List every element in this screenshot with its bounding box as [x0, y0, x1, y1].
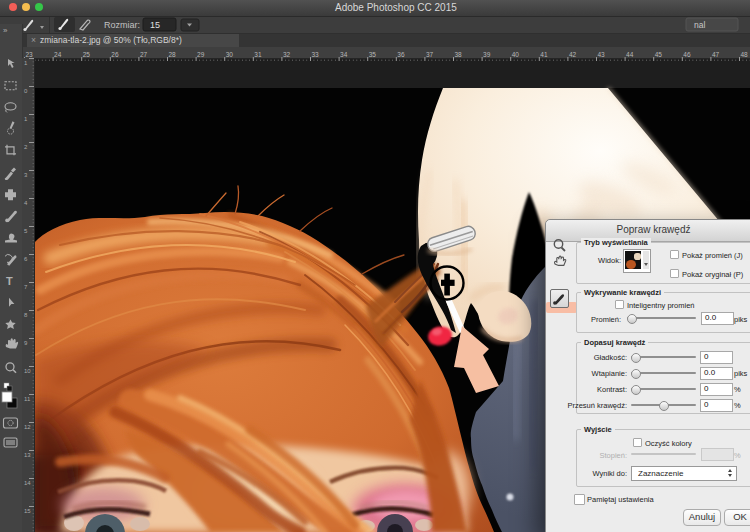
svg-text:48: 48 — [741, 51, 749, 58]
svg-text:14: 14 — [24, 480, 31, 486]
svg-text:44: 44 — [626, 51, 634, 58]
svg-text:31: 31 — [254, 51, 262, 58]
svg-text:1: 1 — [24, 60, 28, 66]
svg-text:38: 38 — [455, 51, 463, 58]
svg-text:42: 42 — [569, 51, 577, 58]
svg-text:33: 33 — [312, 51, 320, 58]
svg-text:32: 32 — [283, 51, 291, 58]
svg-text:»: » — [3, 26, 8, 35]
svg-text:9: 9 — [24, 340, 28, 346]
svg-text:30: 30 — [226, 51, 234, 58]
svg-text:41: 41 — [540, 51, 548, 58]
svg-text:24: 24 — [54, 51, 62, 58]
svg-text:23: 23 — [26, 51, 34, 58]
svg-text:34: 34 — [340, 51, 348, 58]
svg-text:1: 1 — [24, 116, 28, 122]
svg-text:13: 13 — [24, 452, 31, 458]
svg-text:2: 2 — [24, 144, 28, 150]
svg-text:28: 28 — [169, 51, 177, 58]
svg-text:36: 36 — [397, 51, 405, 58]
svg-text:25: 25 — [83, 51, 91, 58]
svg-text:10: 10 — [24, 368, 31, 374]
svg-text:11: 11 — [24, 396, 31, 402]
svg-text:8: 8 — [24, 312, 28, 318]
svg-text:7: 7 — [24, 284, 28, 290]
svg-text:5: 5 — [24, 228, 28, 234]
svg-text:47: 47 — [712, 51, 720, 58]
svg-text:15: 15 — [24, 508, 31, 514]
svg-text:39: 39 — [483, 51, 491, 58]
svg-text:35: 35 — [369, 51, 377, 58]
svg-text:12: 12 — [24, 424, 31, 430]
svg-text:46: 46 — [683, 51, 691, 58]
svg-text:26: 26 — [111, 51, 119, 58]
svg-text:3: 3 — [24, 172, 28, 178]
svg-text:6: 6 — [24, 256, 28, 262]
svg-text:40: 40 — [512, 51, 520, 58]
svg-text:4: 4 — [24, 200, 28, 206]
svg-text:T: T — [6, 275, 13, 287]
svg-text:43: 43 — [598, 51, 606, 58]
svg-text:27: 27 — [140, 51, 148, 58]
svg-text:0: 0 — [24, 88, 28, 94]
svg-text:29: 29 — [197, 51, 205, 58]
svg-text:37: 37 — [426, 51, 434, 58]
svg-text:45: 45 — [655, 51, 663, 58]
